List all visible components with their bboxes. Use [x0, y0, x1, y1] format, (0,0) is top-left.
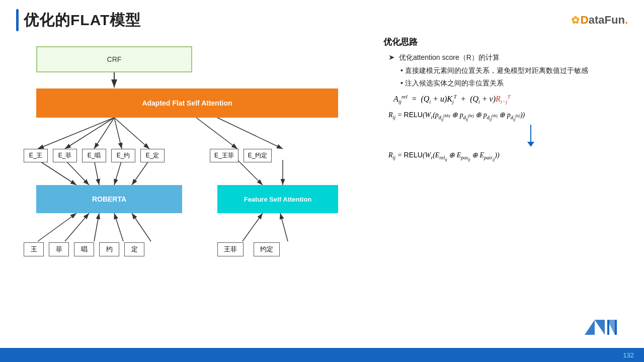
- e-boxes-row: E_王 E_菲 E_唱 E_约 E_定 E_王菲 E_约定: [24, 149, 356, 162]
- svg-line-18: [94, 213, 99, 241]
- sub-bullets: • 直接建模元素间的位置关系，避免模型对距离数值过于敏感 • 注入候选实体之间的…: [400, 65, 628, 88]
- formula1-block: Aijrel = (Qi + u)KjT + (Qi + v)Ri−jT: [393, 94, 628, 105]
- section-title: 优化思路: [383, 36, 628, 48]
- svg-line-10: [65, 160, 89, 185]
- svg-marker-24: [595, 320, 605, 335]
- tme-logo: [580, 315, 620, 342]
- arrows-svg: [16, 36, 368, 328]
- title-bar-decoration: [16, 9, 19, 31]
- svg-line-3: [65, 118, 114, 149]
- main-content: CRF Adapted Flat Self Attention E_王 E_菲 …: [0, 36, 644, 344]
- logo-sun-icon: ✿: [571, 14, 580, 26]
- char-yue: 约: [99, 242, 119, 256]
- arrow-right-icon: ➤: [388, 53, 395, 61]
- page-footer: 132: [0, 348, 644, 362]
- e-yue-box: E_约: [111, 149, 135, 162]
- svg-line-14: [237, 160, 263, 185]
- bullet-dot2: •: [400, 79, 405, 87]
- svg-line-2: [38, 118, 114, 149]
- formula3-block: Rij = RELU(Wr(Erelij ⊕ Eposij ⊕ Epairij)…: [388, 151, 628, 162]
- feature-attention-box: Feature Self Attention: [217, 185, 338, 213]
- point1: ➤ 优化attention score（R）的计算: [388, 52, 628, 63]
- formula1-text: Aijrel = (Qi + u)KjT + (Qi + v)Ri−jT: [393, 95, 511, 103]
- svg-marker-23: [585, 320, 595, 335]
- svg-line-19: [114, 213, 123, 241]
- feature-label: Feature Self Attention: [244, 196, 312, 203]
- char-boxes-row: 王 菲 唱 约 定: [24, 242, 144, 256]
- svg-line-17: [65, 213, 89, 241]
- svg-line-11: [94, 160, 99, 185]
- svg-line-4: [94, 118, 114, 149]
- flat-attention-box: Adapted Flat Self Attention: [36, 88, 338, 118]
- page-title: 优化的FLAT模型: [24, 10, 141, 31]
- e-ding-box: E_定: [140, 149, 165, 162]
- svg-line-22: [280, 213, 288, 241]
- logo-text: DataFun.: [581, 14, 628, 27]
- formula2-block: Rij = RELU(Wr(pdij(hh) ⊕ pdij(ht) ⊕ pdij…: [388, 111, 628, 122]
- bullet2: • 注入候选实体之间的非位置关系: [400, 78, 628, 88]
- page-number: 132: [623, 351, 634, 359]
- blue-arrow-block: [434, 125, 628, 147]
- right-content: 优化思路 ➤ 优化attention score（R）的计算 • 直接建模元素间…: [378, 36, 628, 344]
- svg-line-9: [38, 160, 76, 185]
- point1-text: 优化attention score（R）的计算: [399, 53, 500, 61]
- blue-line: [530, 125, 531, 142]
- e-yueding-box: E_约定: [244, 149, 272, 162]
- svg-line-13: [132, 160, 149, 185]
- char-ding: 定: [124, 242, 144, 256]
- crf-box: CRF: [36, 46, 192, 72]
- blue-down-arrow: [527, 125, 534, 147]
- svg-line-20: [132, 213, 151, 241]
- roberta-label: ROBERTA: [92, 195, 126, 203]
- word-boxes-row: 王菲 约定: [217, 242, 280, 256]
- page-header: 优化的FLAT模型 ✿ DataFun.: [0, 0, 644, 36]
- svg-line-5: [114, 118, 122, 149]
- datafun-logo: ✿ DataFun.: [571, 14, 628, 27]
- e-fei-box: E_菲: [53, 149, 77, 162]
- word-yueding: 约定: [254, 242, 280, 256]
- flat-label: Adapted Flat Self Attention: [142, 99, 232, 107]
- svg-line-7: [196, 118, 237, 149]
- bullet-list: ➤ 优化attention score（R）的计算 • 直接建模元素间的位置关系…: [388, 52, 628, 88]
- char-chang: 唱: [74, 242, 94, 256]
- e-wangfei-box: E_王菲: [210, 149, 238, 162]
- roberta-box: ROBERTA: [36, 185, 182, 213]
- e-wang-box: E_王: [24, 149, 48, 162]
- svg-line-12: [114, 160, 122, 185]
- title-block: 优化的FLAT模型: [16, 9, 141, 31]
- formula2-text: Rij = RELU(Wr(pdij(hh) ⊕ pdij(ht) ⊕ pdij…: [388, 111, 525, 119]
- crf-label: CRF: [107, 55, 122, 63]
- svg-line-16: [38, 213, 76, 241]
- e-chang-box: E_唱: [82, 149, 106, 162]
- svg-rect-26: [607, 320, 609, 335]
- blue-triangle-icon: [527, 142, 534, 147]
- svg-line-8: [217, 118, 283, 149]
- svg-line-21: [243, 213, 263, 241]
- svg-rect-27: [615, 320, 617, 335]
- diagram-area: CRF Adapted Flat Self Attention E_王 E_菲 …: [16, 36, 368, 298]
- char-fei: 菲: [49, 242, 69, 256]
- char-wang: 王: [24, 242, 44, 256]
- word-wangfei: 王菲: [217, 242, 244, 256]
- bullet1: • 直接建模元素间的位置关系，避免模型对距离数值过于敏感: [400, 65, 628, 76]
- bullet1-text: 直接建模元素间的位置关系，避免模型对距离数值过于敏感: [405, 66, 588, 74]
- svg-line-6: [114, 118, 149, 149]
- bullet-dot1: •: [400, 66, 405, 74]
- bullet2-text: 注入候选实体之间的非位置关系: [405, 79, 504, 87]
- formula3-text: Rij = RELU(Wr(Erelij ⊕ Eposij ⊕ Epairij)…: [388, 151, 500, 159]
